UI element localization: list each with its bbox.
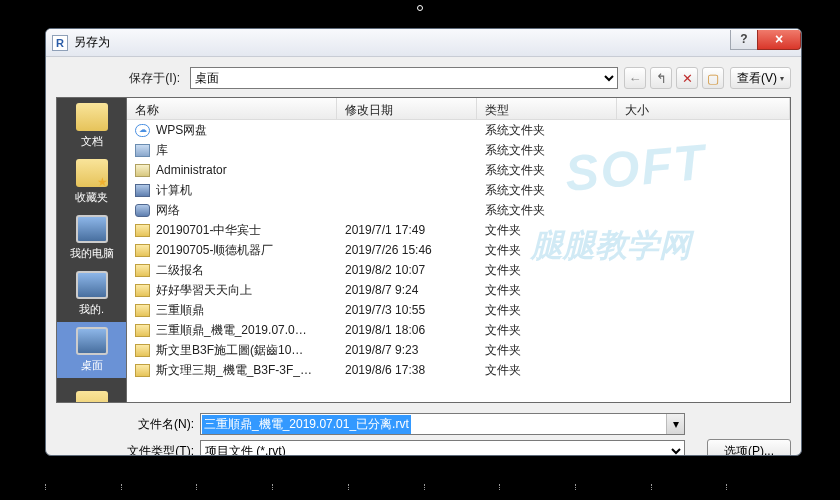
file-row[interactable]: ☁WPS网盘系统文件夹 bbox=[127, 120, 790, 140]
filename-dropdown-arrow[interactable]: ▾ bbox=[666, 414, 684, 434]
file-type: 文件夹 bbox=[477, 222, 617, 239]
file-row[interactable]: 三重順鼎_機電_2019.07.0…2019/8/1 18:06文件夹 bbox=[127, 320, 790, 340]
file-date: 2019/7/3 10:55 bbox=[337, 303, 477, 317]
place-item[interactable] bbox=[57, 378, 126, 403]
app-icon: R bbox=[52, 35, 68, 51]
file-row[interactable]: 三重順鼎2019/7/3 10:55文件夹 bbox=[127, 300, 790, 320]
file-type: 文件夹 bbox=[477, 362, 617, 379]
folder-icon bbox=[76, 103, 108, 131]
file-date: 2019/8/1 18:06 bbox=[337, 323, 477, 337]
file-name: WPS网盘 bbox=[156, 122, 207, 139]
chevron-down-icon: ▾ bbox=[780, 74, 784, 83]
net-icon bbox=[135, 204, 150, 217]
window-buttons: ? × bbox=[731, 30, 801, 50]
title-bar[interactable]: R 另存为 ? × bbox=[46, 29, 801, 57]
col-name[interactable]: 名称 bbox=[127, 98, 337, 119]
file-row[interactable]: 好好學習天天向上2019/8/7 9:24文件夹 bbox=[127, 280, 790, 300]
place-label: 我的电脑 bbox=[70, 246, 114, 261]
up-icon[interactable]: ↰ bbox=[650, 67, 672, 89]
monitor-icon bbox=[76, 215, 108, 243]
file-type: 文件夹 bbox=[477, 322, 617, 339]
nav-icons: ← ↰ ✕ ▢ bbox=[624, 67, 724, 89]
place-item[interactable]: 收藏夹 bbox=[57, 154, 126, 210]
file-name: 库 bbox=[156, 142, 168, 159]
file-row[interactable]: 网络系统文件夹 bbox=[127, 200, 790, 220]
file-type: 文件夹 bbox=[477, 262, 617, 279]
location-dropdown[interactable]: 桌面 bbox=[190, 67, 618, 89]
file-row[interactable]: 计算机系统文件夹 bbox=[127, 180, 790, 200]
file-type: 系统文件夹 bbox=[477, 202, 617, 219]
file-row[interactable]: 20190701-中华宾士2019/7/1 17:49文件夹 bbox=[127, 220, 790, 240]
save-in-label: 保存于(I): bbox=[56, 70, 184, 87]
place-item[interactable]: 我的电脑 bbox=[57, 210, 126, 266]
col-type[interactable]: 类型 bbox=[477, 98, 617, 119]
file-name: 网络 bbox=[156, 202, 180, 219]
place-label: 文档 bbox=[81, 134, 103, 149]
file-date: 2019/8/7 9:24 bbox=[337, 283, 477, 297]
file-row[interactable]: 斯文理三期_機電_B3F-3F_…2019/8/6 17:38文件夹 bbox=[127, 360, 790, 380]
lib-icon bbox=[135, 144, 150, 157]
folder-icon bbox=[76, 391, 108, 404]
filetype-dropdown[interactable]: 项目文件 (*.rvt) bbox=[200, 440, 685, 456]
file-name: 20190705-顺德机器厂 bbox=[156, 242, 273, 259]
delete-icon[interactable]: ✕ bbox=[676, 67, 698, 89]
view-menu-button[interactable]: 查看(V) ▾ bbox=[730, 67, 791, 89]
help-button[interactable]: ? bbox=[730, 30, 758, 50]
place-item[interactable]: 桌面 bbox=[57, 322, 126, 378]
pc-icon bbox=[135, 184, 150, 197]
place-label: 桌面 bbox=[81, 358, 103, 373]
folder-icon bbox=[135, 304, 150, 317]
file-date: 2019/8/2 10:07 bbox=[337, 263, 477, 277]
location-toolbar: 保存于(I): 桌面 ← ↰ ✕ ▢ 查看(V) ▾ bbox=[46, 57, 801, 97]
folder-icon bbox=[135, 264, 150, 277]
file-list-pane: 名称 修改日期 类型 大小 ☁WPS网盘系统文件夹库系统文件夹Administr… bbox=[126, 97, 791, 403]
folder-icon bbox=[135, 324, 150, 337]
file-row[interactable]: 20190705-顺德机器厂2019/7/26 15:46文件夹 bbox=[127, 240, 790, 260]
file-name: 斯文理三期_機電_B3F-3F_… bbox=[156, 362, 312, 379]
place-item[interactable]: 文档 bbox=[57, 98, 126, 154]
file-row[interactable]: 库系统文件夹 bbox=[127, 140, 790, 160]
file-row[interactable]: Administrator系统文件夹 bbox=[127, 160, 790, 180]
ruler-decoration bbox=[45, 484, 802, 490]
file-type: 系统文件夹 bbox=[477, 122, 617, 139]
column-headers: 名称 修改日期 类型 大小 bbox=[127, 98, 790, 120]
monitor-icon bbox=[76, 327, 108, 355]
file-name: 二级报名 bbox=[156, 262, 204, 279]
file-type: 系统文件夹 bbox=[477, 142, 617, 159]
filetype-label: 文件类型(T): bbox=[56, 443, 194, 457]
folder-icon bbox=[135, 224, 150, 237]
file-row[interactable]: 斯文里B3F施工圖(鋸齒10…2019/8/7 9:23文件夹 bbox=[127, 340, 790, 360]
place-item[interactable]: 我的. bbox=[57, 266, 126, 322]
file-type: 系统文件夹 bbox=[477, 182, 617, 199]
filename-combo[interactable]: 三重順鼎_機電_2019.07.01_已分离.rvt ▾ bbox=[200, 413, 685, 435]
file-type: 文件夹 bbox=[477, 302, 617, 319]
file-row[interactable]: 二级报名2019/8/2 10:07文件夹 bbox=[127, 260, 790, 280]
file-name: Administrator bbox=[156, 163, 227, 177]
main-pane: 文档收藏夹我的电脑我的.桌面 名称 修改日期 类型 大小 ☁WPS网盘系统文件夹… bbox=[46, 97, 801, 403]
file-list[interactable]: ☁WPS网盘系统文件夹库系统文件夹Administrator系统文件夹计算机系统… bbox=[127, 120, 790, 402]
close-button[interactable]: × bbox=[757, 30, 801, 50]
folder-icon bbox=[135, 244, 150, 257]
file-type: 系统文件夹 bbox=[477, 162, 617, 179]
folder-icon bbox=[135, 364, 150, 377]
file-name: 计算机 bbox=[156, 182, 192, 199]
save-as-dialog: R 另存为 ? × 保存于(I): 桌面 ← ↰ ✕ ▢ 查看(V) ▾ 文档收… bbox=[45, 28, 802, 456]
options-button[interactable]: 选项(P)... bbox=[707, 439, 791, 456]
col-date[interactable]: 修改日期 bbox=[337, 98, 477, 119]
file-type: 文件夹 bbox=[477, 282, 617, 299]
file-name: 好好學習天天向上 bbox=[156, 282, 252, 299]
file-name: 三重順鼎_機電_2019.07.0… bbox=[156, 322, 307, 339]
file-name: 20190701-中华宾士 bbox=[156, 222, 261, 239]
new-folder-icon[interactable]: ▢ bbox=[702, 67, 724, 89]
file-name: 三重順鼎 bbox=[156, 302, 204, 319]
col-size[interactable]: 大小 bbox=[617, 98, 790, 119]
bottom-panel: 文件名(N): 三重順鼎_機電_2019.07.01_已分离.rvt ▾ 文件类… bbox=[46, 403, 801, 456]
back-icon[interactable]: ← bbox=[624, 67, 646, 89]
file-type: 文件夹 bbox=[477, 342, 617, 359]
folder-icon bbox=[135, 284, 150, 297]
file-date: 2019/7/1 17:49 bbox=[337, 223, 477, 237]
file-date: 2019/7/26 15:46 bbox=[337, 243, 477, 257]
resize-handle-top[interactable] bbox=[417, 5, 423, 11]
file-name: 斯文里B3F施工圖(鋸齒10… bbox=[156, 342, 303, 359]
folder-icon bbox=[135, 344, 150, 357]
